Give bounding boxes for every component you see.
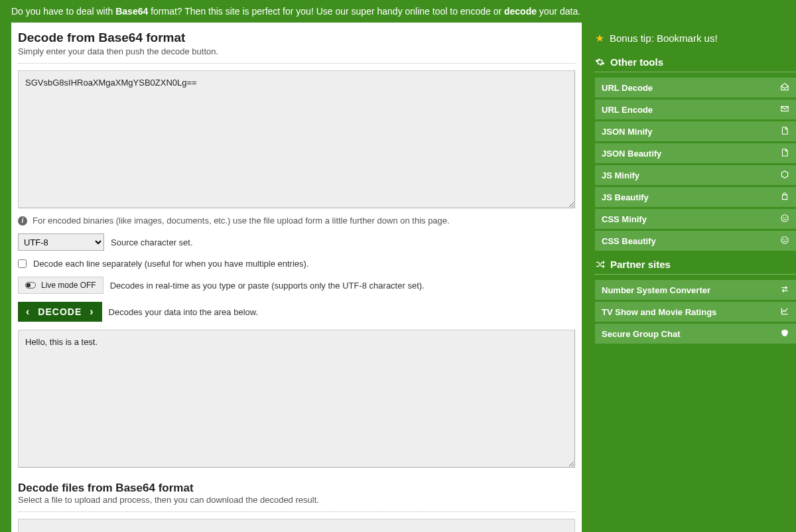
sidebar-tool-6-label: CSS Minify (602, 214, 647, 224)
bonus-tip: ★ Bonus tip: Bookmark us! (595, 32, 796, 44)
live-mode-button[interactable]: Live mode OFF (18, 277, 103, 294)
shield-icon (779, 328, 790, 340)
info-icon: i (18, 216, 27, 226)
shuffle-icon (595, 259, 605, 269)
swap-icon (779, 285, 790, 296)
sidebar-tool-1-label: URL Encode (602, 105, 653, 115)
svg-point-4 (783, 217, 784, 218)
decode-label: Decodes your data into the area below. (109, 307, 258, 317)
svg-point-6 (781, 236, 789, 243)
svg-point-3 (781, 214, 789, 222)
binary-hint: For encoded binaries (like images, docum… (33, 216, 450, 226)
toggle-icon (25, 282, 36, 289)
svg-point-8 (785, 239, 786, 239)
output-textarea[interactable] (18, 330, 575, 468)
chevron-left-icon: ‹ (26, 306, 30, 317)
tagline-bold2: decode (504, 6, 537, 17)
sidebar-tool-7[interactable]: CSS Beautify (595, 231, 796, 251)
sidebar-tool-1[interactable]: URL Encode (595, 100, 796, 119)
decode-button[interactable]: ‹ DECODE › (18, 302, 102, 322)
sidebar-tool-6[interactable]: CSS Minify (595, 209, 796, 229)
sidebar-tool-5[interactable]: JS Beautify (595, 187, 796, 207)
sidebar-tool-4[interactable]: JS Minify (595, 165, 796, 185)
top-tagline: Do you have to deal with Base64 format? … (0, 0, 796, 23)
mail-open-icon (779, 82, 790, 94)
charset-label: Source character set. (111, 237, 193, 247)
decode-subtitle: Simply enter your data then push the dec… (18, 46, 575, 56)
svg-point-1 (27, 283, 31, 287)
file-icon (779, 126, 790, 137)
sidebar-partner-1-label: TV Show and Movie Ratings (602, 307, 716, 317)
decode-title: Decode from Base64 format (18, 31, 575, 45)
sidebar-tool-4-label: JS Minify (602, 170, 639, 180)
divider (595, 274, 796, 275)
file-icon (779, 148, 790, 159)
sidebar-tool-2-label: JSON Minify (602, 127, 653, 137)
partner-sites-header: Partner sites (595, 259, 796, 270)
sidebar-tool-5-label: JS Beautify (602, 192, 649, 202)
face-icon (779, 214, 790, 225)
sidebar-tool-0[interactable]: URL Decode (595, 78, 796, 98)
divider (18, 63, 575, 64)
sidebar-partner-2[interactable]: Secure Group Chat (595, 324, 796, 344)
sidebar-tool-3-label: JSON Beautify (602, 149, 661, 159)
sidebar-partner-2-label: Secure Group Chat (602, 329, 680, 339)
other-tools-header: Other tools (595, 56, 796, 68)
sidebar-tool-3[interactable]: JSON Beautify (595, 143, 796, 163)
sidebar-tool-0-label: URL Decode (602, 83, 653, 93)
live-mode-label: Decodes in real-time as you type or past… (110, 281, 425, 291)
main-panel: Decode from Base64 format Simply enter y… (11, 23, 582, 532)
hex-icon (779, 170, 790, 181)
mail-icon (779, 104, 790, 115)
tagline-part1: Do you have to deal with (11, 6, 115, 17)
star-icon: ★ (595, 32, 604, 44)
file-section-subtitle: Select a file to upload and process, the… (18, 495, 575, 505)
tagline-part2: format? Then this site is perfect for yo… (148, 6, 504, 17)
file-upload-box[interactable] (18, 519, 575, 532)
sidebar: ★ Bonus tip: Bookmark us! Other tools UR… (595, 23, 796, 346)
chevron-right-icon: › (90, 306, 94, 317)
decode-lines-checkbox[interactable] (18, 259, 27, 268)
face-icon (779, 235, 790, 247)
sidebar-partner-0-label: Number System Converter (602, 285, 710, 295)
divider (18, 511, 575, 512)
gear-icon (595, 57, 605, 67)
svg-point-7 (783, 239, 784, 239)
bag-icon (779, 192, 790, 203)
tagline-bold1: Base64 (115, 6, 148, 17)
sidebar-tool-2[interactable]: JSON Minify (595, 121, 796, 141)
sidebar-partner-1[interactable]: TV Show and Movie Ratings (595, 302, 796, 322)
tagline-part3: your data. (537, 6, 580, 17)
chart-icon (779, 306, 790, 318)
input-textarea[interactable] (18, 70, 575, 208)
charset-select[interactable]: UTF-8 (18, 233, 104, 251)
divider (595, 72, 796, 72)
sidebar-tool-7-label: CSS Beautify (602, 236, 656, 246)
sidebar-partner-0[interactable]: Number System Converter (595, 280, 796, 300)
decode-lines-label: Decode each line separately (useful for … (33, 259, 309, 269)
file-section-title: Decode files from Base64 format (18, 482, 575, 495)
svg-point-5 (785, 217, 786, 218)
